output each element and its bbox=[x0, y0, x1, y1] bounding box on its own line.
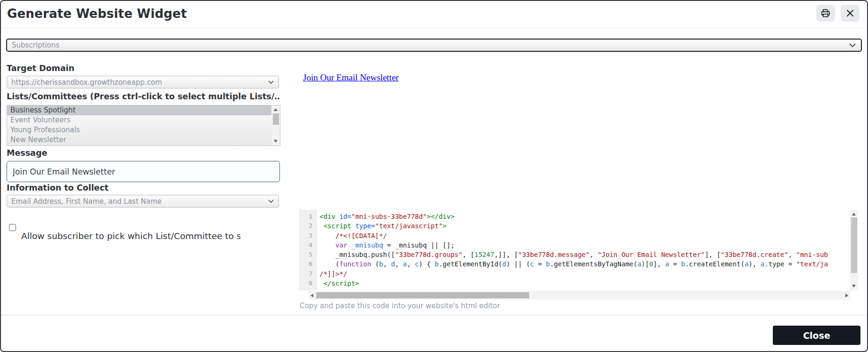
code-line: 1<div id="mni-subs-33be778d"></div> bbox=[299, 212, 850, 221]
code-line: 3 /*<![CDATA[*/ bbox=[299, 231, 850, 240]
target-domain-value: https://cherissandbox.growthzoneapp.com bbox=[11, 78, 162, 87]
code-line: 4 var _mnisubq = _mnisubq || []; bbox=[299, 240, 850, 250]
scroll-up-icon[interactable] bbox=[852, 213, 856, 216]
scroll-up-icon[interactable] bbox=[274, 108, 278, 111]
listbox-scrollbar[interactable] bbox=[272, 105, 280, 145]
code-line: 7/*]]>*/ bbox=[299, 269, 850, 279]
printer-icon bbox=[820, 8, 831, 19]
close-button-label: Close bbox=[803, 330, 830, 341]
target-domain-select[interactable]: https://cherissandbox.growthzoneapp.com bbox=[7, 76, 279, 88]
line-number: 6 bbox=[299, 259, 316, 269]
line-number: 1 bbox=[299, 212, 316, 221]
scrollbar-thumb[interactable] bbox=[851, 217, 857, 273]
listbox-option[interactable]: Business Spotlight bbox=[7, 105, 271, 115]
footer-divider bbox=[1, 315, 867, 315]
header-divider bbox=[1, 28, 867, 28]
code-line: 5 _mnisubq.push(["33be778d.groups", [152… bbox=[299, 250, 850, 259]
close-button[interactable]: Close bbox=[773, 326, 860, 345]
scroll-left-icon[interactable] bbox=[311, 294, 313, 297]
message-label: Message bbox=[7, 148, 47, 158]
code-line: 2 <script type="text/javascript"> bbox=[299, 221, 850, 231]
code-vertical-scrollbar[interactable] bbox=[850, 210, 858, 290]
newsletter-preview-link[interactable]: Join Our Email Newsletter bbox=[303, 72, 399, 83]
scrollbar-thumb[interactable] bbox=[316, 292, 529, 298]
chevron-down-icon bbox=[849, 43, 856, 48]
target-domain-label: Target Domain bbox=[7, 64, 74, 73]
scroll-down-icon[interactable] bbox=[274, 140, 278, 143]
dialog-close-button[interactable] bbox=[841, 5, 860, 22]
print-button[interactable] bbox=[816, 5, 835, 22]
line-number: 7 bbox=[299, 269, 316, 279]
listbox-option[interactable]: Young Professionals bbox=[7, 125, 271, 135]
information-to-collect-select[interactable]: Email Address, First Name, and Last Name bbox=[7, 195, 279, 208]
line-number: 2 bbox=[299, 221, 316, 231]
chevron-down-icon bbox=[268, 80, 274, 84]
line-number: 3 bbox=[299, 231, 316, 240]
close-icon bbox=[845, 8, 855, 18]
scroll-right-icon[interactable] bbox=[845, 294, 848, 297]
scrollbar-thumb[interactable] bbox=[273, 113, 279, 125]
widget-type-select[interactable]: Subscriptions bbox=[6, 39, 862, 52]
generate-website-widget-dialog: Generate Website Widget Subscriptions Ta… bbox=[0, 0, 868, 352]
chevron-down-icon bbox=[268, 199, 274, 203]
code-line: 8 </script> bbox=[299, 279, 850, 288]
message-input[interactable] bbox=[7, 161, 280, 182]
code-line: 6 (function (b, d, a, c) { b.getElementB… bbox=[299, 259, 850, 269]
information-to-collect-label: Information to Collect bbox=[7, 183, 108, 192]
scroll-down-icon[interactable] bbox=[852, 285, 856, 288]
widget-type-value: Subscriptions bbox=[12, 41, 59, 49]
allow-subscriber-label: Allow subscriber to pick which List/Comm… bbox=[21, 231, 240, 241]
code-lines: 1<div id="mni-subs-33be778d"></div>2 <sc… bbox=[299, 212, 850, 290]
lists-committees-label: Lists/Committees (Press ctrl-click to se… bbox=[7, 92, 280, 101]
information-to-collect-value: Email Address, First Name, and Last Name bbox=[11, 197, 162, 206]
page-title: Generate Website Widget bbox=[7, 7, 187, 21]
allow-subscriber-checkbox[interactable] bbox=[9, 224, 16, 231]
line-number: 8 bbox=[299, 279, 316, 288]
widget-code-block[interactable]: 1<div id="mni-subs-33be778d"></div>2 <sc… bbox=[299, 210, 858, 300]
listbox-options: Business SpotlightEvent VolunteersYoung … bbox=[7, 105, 271, 145]
copy-paste-hint: Copy and paste this code into your websi… bbox=[300, 302, 500, 310]
line-number: 4 bbox=[299, 240, 316, 250]
listbox-option[interactable]: New Newsletter bbox=[7, 135, 271, 145]
lists-committees-listbox[interactable]: Business SpotlightEvent VolunteersYoung … bbox=[7, 105, 280, 146]
line-number: 5 bbox=[299, 250, 316, 259]
code-horizontal-scrollbar[interactable] bbox=[309, 291, 850, 300]
listbox-option[interactable]: Event Volunteers bbox=[7, 115, 271, 125]
